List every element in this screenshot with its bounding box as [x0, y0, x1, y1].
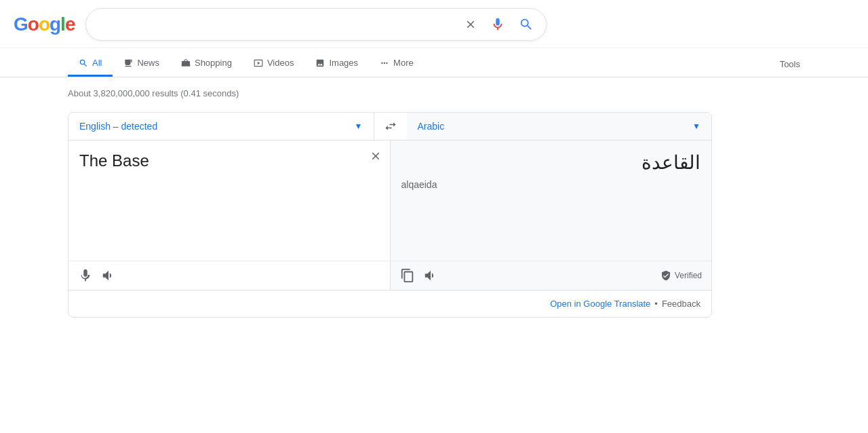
- target-language-selector[interactable]: Arabic ▼: [407, 113, 712, 140]
- logo-o2: o: [39, 14, 50, 35]
- clear-search-button[interactable]: [462, 16, 479, 33]
- tab-all[interactable]: All: [68, 51, 113, 77]
- tab-news[interactable]: News: [113, 51, 170, 77]
- tab-images-label: Images: [329, 58, 358, 68]
- swap-icon: [384, 119, 397, 133]
- google-logo[interactable]: Google: [14, 14, 75, 35]
- close-icon: [465, 18, 477, 31]
- news-icon: [123, 58, 133, 68]
- search-input[interactable]: translate: [96, 18, 455, 31]
- google-search-button[interactable]: [516, 14, 536, 35]
- verified-badge: Verified: [660, 270, 702, 281]
- bottom-bar: Open in Google Translate • Feedback: [68, 290, 711, 317]
- translator-widget: English – detected ▼ Arabic ▼ The Base: [68, 112, 712, 318]
- main-content: About 3,820,000,000 results (0.41 second…: [0, 77, 868, 328]
- source-panel-footer: [68, 261, 390, 290]
- source-text: The Base: [79, 151, 149, 170]
- logo-g2: g: [50, 14, 60, 35]
- videos-icon: [254, 58, 263, 68]
- tab-videos-label: Videos: [267, 58, 294, 68]
- tab-videos[interactable]: Videos: [243, 51, 305, 77]
- logo-l: l: [60, 14, 65, 35]
- speaker-icon: [101, 268, 116, 283]
- all-search-icon: [79, 58, 88, 68]
- tab-shopping[interactable]: Shopping: [170, 51, 243, 77]
- target-speaker-button[interactable]: [423, 268, 438, 283]
- logo-o1: o: [28, 14, 39, 35]
- tab-images[interactable]: Images: [304, 51, 369, 77]
- source-language-chevron-icon: ▼: [355, 121, 363, 131]
- source-mic-button[interactable]: [78, 268, 93, 283]
- copy-translation-button[interactable]: [400, 268, 415, 283]
- more-dots-icon: [380, 58, 389, 68]
- clear-icon: [370, 150, 382, 162]
- shopping-icon: [181, 58, 191, 68]
- target-language-label: Arabic: [418, 121, 445, 132]
- clear-source-button[interactable]: [370, 149, 382, 163]
- images-icon: [315, 58, 325, 68]
- logo-g: G: [14, 14, 28, 35]
- search-bar[interactable]: translate: [85, 8, 547, 41]
- source-panel: The Base: [68, 140, 391, 290]
- tab-all-label: All: [92, 58, 102, 68]
- verified-label: Verified: [675, 271, 702, 280]
- target-footer-actions: [400, 268, 438, 283]
- search-icons: [462, 14, 536, 35]
- target-panel-footer: Verified: [391, 261, 712, 290]
- translation-panels: The Base: [68, 140, 711, 290]
- source-speaker-button[interactable]: [101, 268, 116, 283]
- tab-shopping-label: Shopping: [195, 58, 232, 68]
- search-icon: [519, 17, 534, 32]
- language-selectors: English – detected ▼ Arabic ▼: [68, 113, 711, 140]
- translated-romanized-text: alqaeida: [401, 179, 701, 190]
- translated-main-text: القاعدة: [401, 151, 701, 174]
- target-language-chevron-icon: ▼: [692, 121, 701, 131]
- source-text-area[interactable]: The Base: [68, 140, 390, 261]
- target-text-area: القاعدة alqaeida: [391, 140, 712, 261]
- tab-news-label: News: [137, 58, 159, 68]
- feedback-link[interactable]: Feedback: [662, 299, 701, 309]
- microphone-input-icon: [78, 268, 93, 283]
- tab-more[interactable]: More: [369, 51, 425, 77]
- source-language-label: English – detected: [79, 121, 157, 132]
- header: Google translate: [0, 0, 868, 48]
- verified-icon: [660, 270, 671, 281]
- open-in-translate-link[interactable]: Open in Google Translate: [550, 299, 650, 309]
- logo-e: e: [65, 14, 75, 35]
- target-speaker-icon: [423, 268, 438, 283]
- results-info: About 3,820,000,000 results (0.41 second…: [68, 88, 800, 98]
- voice-search-button[interactable]: [488, 14, 508, 35]
- microphone-icon: [490, 17, 505, 32]
- target-panel: القاعدة alqaeida: [391, 140, 712, 290]
- copy-icon: [400, 268, 415, 283]
- tools-button[interactable]: Tools: [780, 52, 800, 76]
- swap-languages-button[interactable]: [374, 114, 407, 138]
- source-language-selector[interactable]: English – detected ▼: [68, 113, 374, 140]
- tab-more-label: More: [393, 58, 414, 68]
- separator: •: [654, 299, 658, 309]
- search-tabs: All News Shopping Videos Images More Too…: [0, 48, 868, 77]
